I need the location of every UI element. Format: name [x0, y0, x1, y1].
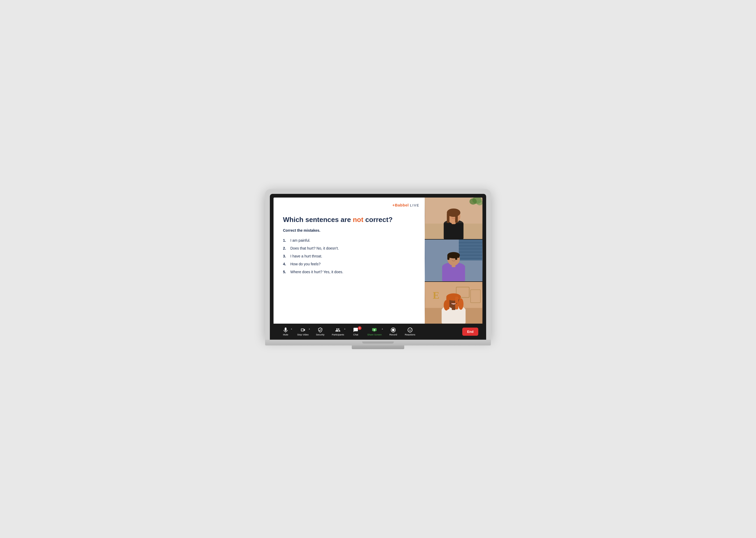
laptop: +Babbel LIVE Which sentences are not cor…	[265, 189, 491, 349]
svg-point-46	[408, 328, 412, 332]
list-num: 1.	[283, 238, 290, 242]
list-text: Where does it hurt? Yes, it does.	[290, 270, 343, 274]
participants-icon	[335, 327, 341, 333]
share-screen-button[interactable]: ▲ Share Screen	[365, 326, 384, 338]
list-num: 5.	[283, 270, 290, 274]
security-label: Security	[316, 333, 325, 336]
participants-button[interactable]: ▲ Participants	[329, 326, 347, 338]
stop-video-caret: ▲	[308, 328, 310, 330]
babbel-logo: +Babbel LIVE	[393, 203, 419, 207]
share-screen-label: Share Screen	[367, 333, 382, 336]
list-num: 2.	[283, 246, 290, 250]
chat-icon	[353, 327, 358, 333]
screen-bezel: +Babbel LIVE Which sentences are not cor…	[270, 194, 486, 340]
svg-point-3	[469, 198, 477, 204]
chat-button[interactable]: 3 Chat	[348, 326, 363, 338]
list-num: 3.	[283, 254, 290, 258]
list-item: 1. I am painful.	[283, 238, 415, 242]
list-num: 4.	[283, 262, 290, 266]
mute-icon	[283, 327, 288, 333]
svg-point-47	[409, 329, 409, 330]
slide-question: Which sentences are not correct?	[283, 215, 415, 224]
video-tile-2	[425, 240, 483, 282]
screen: +Babbel LIVE Which sentences are not cor…	[273, 197, 483, 340]
list-text: I have a hurt throat.	[290, 254, 322, 258]
video-panel: E	[425, 197, 483, 324]
stop-video-button[interactable]: ▲ Stop Video	[295, 326, 311, 338]
content-area: +Babbel LIVE Which sentences are not cor…	[273, 197, 483, 324]
list-text: Does that hurt? No, it doesn't.	[290, 246, 339, 250]
babbel-plus-sign: +	[393, 203, 395, 207]
svg-point-40	[444, 300, 449, 310]
list-item: 2. Does that hurt? No, it doesn't.	[283, 246, 415, 250]
list-item: 5. Where does it hurt? Yes, it does.	[283, 270, 415, 274]
video-tile-1	[425, 197, 483, 240]
reactions-button[interactable]: Reactions	[402, 326, 418, 338]
svg-rect-39	[455, 296, 458, 309]
stop-video-label: Stop Video	[297, 333, 309, 336]
laptop-stand	[352, 346, 404, 349]
reactions-label: Reactions	[405, 333, 415, 336]
record-button[interactable]: Record	[385, 326, 401, 338]
svg-rect-21	[442, 266, 465, 281]
svg-text:E: E	[433, 290, 440, 301]
svg-point-4	[476, 200, 483, 205]
list-text: How do you feels?	[290, 262, 320, 266]
participants-label: Participants	[332, 333, 344, 336]
end-button[interactable]: End	[462, 328, 478, 336]
question-suffix: correct?	[363, 216, 393, 224]
list-text: I am painful.	[290, 238, 310, 242]
security-icon	[318, 327, 323, 333]
record-label: Record	[389, 333, 397, 336]
svg-point-48	[410, 329, 411, 330]
slide-subtitle: Correct the mistakes.	[283, 228, 415, 233]
mute-button[interactable]: ▲ Mute	[278, 326, 294, 338]
svg-rect-27	[448, 255, 459, 258]
svg-rect-43	[374, 331, 375, 332]
question-highlight: not	[353, 216, 363, 224]
babbel-brand: Babbel	[395, 203, 409, 207]
question-prefix: Which sentences are	[283, 216, 353, 224]
chat-label: Chat	[353, 333, 358, 336]
chat-badge: 3	[358, 326, 361, 330]
security-button[interactable]: Security	[312, 326, 328, 338]
video-icon	[300, 327, 306, 333]
mute-label: Mute	[283, 333, 288, 336]
svg-rect-6	[444, 223, 463, 239]
slide-list: 1. I am painful. 2. Does that hurt? No, …	[283, 238, 415, 278]
svg-rect-34	[442, 309, 465, 324]
svg-point-49	[412, 328, 412, 329]
list-item: 4. How do you feels?	[283, 262, 415, 266]
video-tile-3: E	[425, 282, 483, 324]
participants-caret: ▲	[344, 328, 346, 330]
laptop-base	[265, 340, 491, 346]
mute-caret: ▲	[291, 328, 292, 330]
reactions-icon	[407, 327, 413, 333]
babbel-live-label: LIVE	[410, 203, 419, 207]
toolbar: ▲ Mute ▲ Stop Video	[273, 324, 483, 340]
svg-point-45	[392, 329, 395, 331]
list-item: 3. I have a hurt throat.	[283, 254, 415, 258]
laptop-notch	[362, 342, 394, 344]
record-icon	[391, 327, 396, 333]
svg-rect-10	[447, 213, 449, 223]
share-screen-caret: ▲	[381, 328, 383, 330]
svg-point-41	[458, 298, 464, 310]
share-screen-icon	[372, 327, 377, 333]
laptop-body: +Babbel LIVE Which sentences are not cor…	[265, 189, 491, 340]
slide-panel: +Babbel LIVE Which sentences are not cor…	[273, 197, 425, 324]
